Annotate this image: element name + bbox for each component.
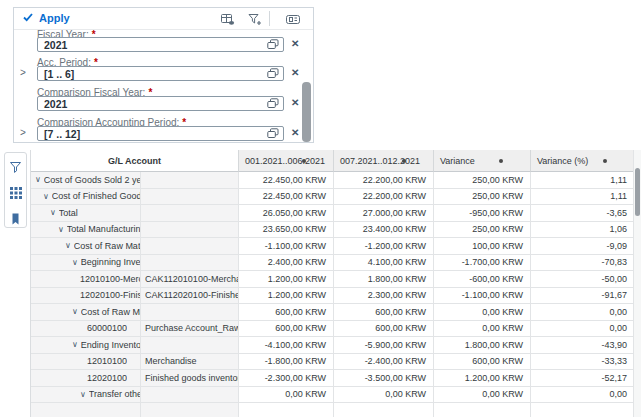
table-scrollbar[interactable] (633, 150, 641, 417)
gl-account-description-cell (141, 238, 239, 255)
value-text: 22.450,00 KRW (263, 175, 326, 185)
add-filter-icon[interactable] (248, 12, 262, 30)
value-cell: 22.450,00 KRW (239, 189, 334, 206)
gl-account-cell: 12010100 (31, 354, 141, 371)
table-row[interactable]: ∨Transfer other acc0,00 KRW0,00 KRW0,00 … (31, 387, 634, 404)
value-help-icon[interactable] (267, 128, 279, 139)
value-text: 100,00 KRW (472, 241, 523, 251)
value-help-icon[interactable] (267, 98, 279, 109)
gl-account-description-cell: Merchandise (141, 354, 239, 371)
gl-account-name: Cost of Raw Mate (81, 307, 140, 317)
column-header-period-1[interactable]: 001.2021..006.2021 (239, 150, 334, 172)
field-input-row: 2021✕ (14, 37, 313, 53)
filter-value-input[interactable]: [1 .. 6] (37, 66, 284, 81)
table-row[interactable]: ∨Cost of Raw Materi-1.100,00 KRW-1.200,0… (31, 238, 634, 255)
value-text: 2.300,00 KRW (368, 290, 426, 300)
collapse-icon[interactable]: ∨ (50, 208, 56, 217)
table-row[interactable]: ∨Ending Inventory-4.100,00 KRW-5.900,00 … (31, 337, 634, 354)
table-row[interactable]: 12010100-MerchCAK112010100-Merchandise1.… (31, 271, 634, 288)
filter-value-input[interactable]: 2021 (37, 96, 284, 111)
gl-account-name: Total Manufacturing C (67, 224, 140, 234)
value-text: 1,11 (610, 175, 627, 185)
column-header-variance[interactable]: Variance (434, 150, 531, 172)
filter-scrollbar-thumb[interactable] (302, 82, 311, 142)
expand-range-icon[interactable]: > (20, 67, 26, 78)
value-help-icon[interactable] (267, 68, 279, 79)
collapse-icon[interactable]: ∨ (72, 307, 78, 316)
table-row[interactable]: ∨Total Manufacturing C23.650,00 KRW23.40… (31, 222, 634, 239)
collapse-icon[interactable]: ∨ (65, 241, 71, 250)
clear-icon[interactable]: ✕ (291, 38, 299, 49)
expand-range-icon[interactable]: > (20, 127, 26, 138)
value-cell: 0,00 KRW (434, 304, 531, 321)
column-header-period-2[interactable]: 007.2021..012.2021 (334, 150, 434, 172)
clear-icon[interactable]: ✕ (291, 67, 299, 78)
value-cell: 2.400,00 KRW (239, 255, 334, 272)
field-input-row: >[1 .. 6]✕ (14, 66, 313, 82)
collapse-icon[interactable]: ∨ (35, 175, 41, 184)
table-row[interactable]: 60000100Purchase Account_Raw Mate600,00 … (31, 321, 634, 338)
value-cell: 0,00 KRW (434, 321, 531, 338)
table-row[interactable]: ∨Cost of Finished Goods22.450,00 KRW22.2… (31, 189, 634, 206)
grid-icon[interactable] (10, 185, 22, 203)
table-view-icon[interactable] (221, 12, 235, 30)
gl-account-description-cell: CAK112020100-Finished goo (141, 288, 239, 305)
value-text: 0,00 (609, 389, 627, 399)
value-text: -950,00 KRW (469, 208, 523, 218)
collapse-icon[interactable]: ∨ (43, 192, 49, 201)
value-cell: -33,33 (531, 354, 634, 371)
value-cell: 250,00 KRW (434, 172, 531, 189)
collapse-icon[interactable]: ∨ (72, 340, 78, 349)
filter-value-text: 2021 (38, 39, 267, 51)
table-scrollbar-thumb[interactable] (635, 168, 640, 216)
bookmark-icon[interactable] (11, 211, 20, 229)
value-text: 1,11 (610, 191, 627, 201)
filter-value-input[interactable]: [7 .. 12] (37, 126, 284, 141)
value-cell: -5.900,00 KRW (334, 337, 434, 354)
collapse-icon[interactable]: ∨ (72, 258, 78, 267)
save-layout-icon[interactable] (286, 12, 301, 30)
filter-value-text: [7 .. 12] (38, 128, 267, 140)
apply-button[interactable]: Apply (22, 11, 70, 25)
clear-icon[interactable]: ✕ (291, 97, 299, 108)
value-text: 23.650,00 KRW (263, 224, 326, 234)
value-text: 600,00 KRW (375, 307, 426, 317)
value-cell: 0,00 KRW (434, 387, 531, 404)
value-text: 0,00 KRW (482, 323, 523, 333)
gl-account-cell: 60000100 (31, 321, 141, 338)
column-header-gl-account[interactable]: G/L Account (31, 150, 239, 172)
table-row[interactable]: ∨Cost of Raw Mate600,00 KRW600,00 KRW0,0… (31, 304, 634, 321)
empty-cell (141, 403, 239, 417)
clear-icon[interactable]: ✕ (291, 127, 299, 138)
gl-account-description: Purchase Account_Raw Mate (145, 323, 238, 333)
value-help-icon[interactable] (267, 39, 279, 50)
value-cell: -3.500,00 KRW (334, 370, 434, 387)
value-text: 0,00 KRW (385, 389, 426, 399)
table-row[interactable]: ∨Beginning Inventc2.400,00 KRW4.100,00 K… (31, 255, 634, 272)
collapse-icon[interactable]: ∨ (58, 225, 64, 234)
table-row[interactable]: ∨Total26.050,00 KRW27.000,00 KRW-950,00 … (31, 205, 634, 222)
value-text: -2.400,00 KRW (365, 356, 426, 366)
table-row[interactable]: 12020100Finished goods inventory-2.300,0… (31, 370, 634, 387)
side-toolbar (4, 152, 27, 228)
column-header-variance-pct[interactable]: Variance (%) (531, 150, 634, 172)
value-text: 2.400,00 KRW (268, 257, 326, 267)
filter-icon[interactable] (9, 159, 22, 177)
value-cell: 250,00 KRW (434, 222, 531, 239)
apply-label: Apply (39, 12, 70, 24)
value-text: 1.800,00 KRW (465, 340, 523, 350)
value-cell: 1.200,00 KRW (239, 288, 334, 305)
collapse-icon[interactable]: ∨ (80, 390, 86, 399)
filter-value-input[interactable]: 2021 (37, 37, 284, 52)
value-text: 0,00 KRW (285, 389, 326, 399)
table-body: ∨Cost of Goods Sold 2 yea22.450,00 KRW22… (31, 172, 634, 417)
table-row[interactable]: 12020100-FinishCAK112020100-Finished goo… (31, 288, 634, 305)
gl-account-header-label: G/L Account (108, 156, 161, 166)
value-text: -1.100,00 KRW (462, 290, 523, 300)
table-header-row: G/L Account 001.2021..006.2021 007.2021.… (31, 150, 634, 172)
checkmark-icon (22, 11, 34, 25)
filter-toolbar: Apply (14, 8, 313, 30)
table-row[interactable]: 12010100Merchandise-1.800,00 KRW-2.400,0… (31, 354, 634, 371)
value-text: -600,00 KRW (469, 274, 523, 284)
table-row[interactable]: ∨Cost of Goods Sold 2 yea22.450,00 KRW22… (31, 172, 634, 189)
